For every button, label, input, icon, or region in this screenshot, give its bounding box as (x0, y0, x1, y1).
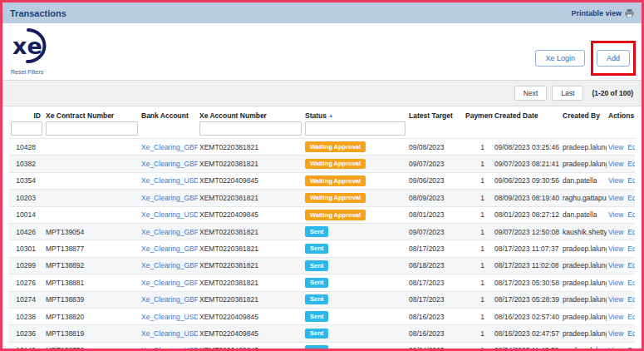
bank-account-link[interactable]: Xe_Clearing_USD (141, 210, 198, 219)
next-page-button[interactable]: Next (514, 86, 547, 101)
edit-link[interactable]: Edit (627, 210, 635, 219)
edit-link[interactable]: Edit (627, 228, 635, 236)
cell-payments: 1 (464, 257, 493, 274)
cell-created-date: 08/17/2023 05:30:58 (493, 274, 561, 291)
column-header-latest-target[interactable]: Latest Target (407, 106, 464, 120)
status-badge: Waiting Approval (305, 159, 366, 170)
cell-latest-target: 09/07/2023 (407, 156, 464, 172)
view-link[interactable]: View (608, 194, 623, 202)
edit-link[interactable]: Edit (627, 346, 635, 351)
status-badge: Sent (305, 244, 328, 255)
cell-id: 10014 (9, 206, 44, 223)
column-header-xe-account[interactable]: Xe Account Number (198, 106, 303, 120)
column-header-contract[interactable]: Xe Contract Number (44, 106, 140, 120)
cell-xe-account-number: XEMT0220381821 (198, 223, 303, 240)
cell-created-by: kaushik.shetty (561, 223, 607, 240)
cell-payments: 1 (464, 325, 493, 342)
printable-view-label: Printable view (571, 9, 622, 17)
id-filter-input[interactable] (11, 121, 42, 136)
page-title: Transactions (10, 8, 66, 18)
column-header-id[interactable]: ID (9, 106, 44, 120)
edit-link[interactable]: Edit (627, 295, 635, 304)
bank-account-link[interactable]: Xe_Clearing_GBP (141, 228, 198, 236)
bank-account-link[interactable]: Xe_Clearing_GBP (141, 160, 198, 168)
view-link[interactable]: View (608, 346, 623, 351)
bank-account-link[interactable]: Xe_Clearing_GBP (141, 279, 198, 287)
cell-created-date: 08/17/2023 11:07:37 (493, 240, 561, 257)
cell-id: 10203 (9, 190, 44, 206)
view-link[interactable]: View (608, 279, 623, 287)
cell-created-by: pradeep.lalung (561, 139, 607, 156)
edit-link[interactable]: Edit (627, 329, 635, 338)
edit-link[interactable]: Edit (627, 279, 635, 287)
view-link[interactable]: View (608, 228, 623, 236)
view-link[interactable]: View (608, 160, 623, 168)
cell-contract-number: MPT138820 (44, 308, 140, 324)
cell-xe-account-number: XEMT0220381821 (198, 257, 303, 274)
view-link[interactable]: View (608, 295, 623, 304)
reset-filters-link[interactable]: Reset Filters (11, 69, 54, 75)
view-link[interactable]: View (608, 313, 623, 321)
status-badge: Sent (305, 345, 328, 351)
column-header-bank-account[interactable]: Bank Account (140, 106, 198, 120)
column-header-created-by[interactable]: Created By (561, 106, 607, 120)
bank-account-link[interactable]: Xe_Clearing_GBP (141, 295, 198, 304)
cell-contract-number: MPT139054 (44, 223, 140, 240)
cell-created-by: pradeep.lalung (561, 156, 607, 172)
column-header-status[interactable]: Status▲ (303, 106, 407, 120)
column-header-created-date[interactable]: Created Date (493, 106, 561, 120)
view-link[interactable]: View (608, 210, 623, 219)
xe-account-filter-input[interactable] (199, 121, 302, 136)
bank-account-link[interactable]: Xe_Clearing_GBP (141, 143, 198, 151)
pagination-range: (1-20 of 100) (592, 89, 633, 97)
bank-account-link[interactable]: Xe_Clearing_USD (141, 346, 198, 351)
status-filter-input[interactable] (305, 121, 406, 136)
edit-link[interactable]: Edit (627, 245, 635, 253)
cell-xe-account-number: XEMT0220381821 (198, 240, 303, 257)
edit-link[interactable]: Edit (627, 176, 635, 185)
cell-created-by: pradeep.lalung (561, 257, 607, 274)
contract-filter-input[interactable] (46, 121, 138, 136)
cell-latest-target: 09/08/2023 (407, 139, 464, 156)
cell-contract-number (44, 156, 140, 172)
printable-view-link[interactable]: Printable view (571, 9, 634, 17)
filter-row (9, 120, 635, 139)
cell-id: 10354 (9, 172, 44, 189)
page-header: Transactions Printable view (2, 2, 642, 23)
cell-id: 10238 (9, 308, 44, 324)
cell-contract-number: MPT138881 (44, 274, 140, 291)
status-badge: Sent (305, 278, 328, 289)
edit-link[interactable]: Edit (627, 160, 635, 168)
view-link[interactable]: View (608, 261, 623, 269)
edit-link[interactable]: Edit (627, 194, 635, 202)
bank-account-link[interactable]: Xe_Clearing_GBP (141, 194, 198, 202)
view-link[interactable]: View (608, 176, 623, 185)
bank-account-link[interactable]: Xe_Clearing_USD (141, 313, 198, 321)
view-link[interactable]: View (608, 329, 623, 338)
bank-account-link[interactable]: Xe_Clearing_GBP (141, 245, 198, 253)
xe-login-button[interactable]: Xe Login (535, 50, 585, 67)
cell-id: 10274 (9, 291, 44, 308)
table-row: 10426 MPT139054 Xe_Clearing_GBP XEMT0220… (9, 223, 635, 240)
table-row: 10299 MPT138892 Xe_Clearing_GBP XEMT0220… (9, 257, 635, 274)
cell-xe-account-number: XEMT0220381821 (198, 274, 303, 291)
edit-link[interactable]: Edit (627, 261, 635, 269)
cell-latest-target: 08/17/2023 (407, 240, 464, 257)
edit-link[interactable]: Edit (627, 143, 635, 151)
edit-link[interactable]: Edit (627, 313, 635, 321)
add-button[interactable]: Add (597, 50, 630, 67)
cell-latest-target: 08/16/2023 (407, 325, 464, 342)
view-link[interactable]: View (608, 143, 623, 151)
bank-account-link[interactable]: Xe_Clearing_USD (141, 329, 198, 338)
status-badge: Waiting Approval (305, 176, 366, 186)
view-link[interactable]: View (608, 245, 623, 253)
status-badge: Sent (305, 260, 328, 271)
column-header-payments[interactable]: Payments (464, 106, 493, 120)
column-header-actions: Actions (607, 106, 635, 120)
table-row: 10149 MPT138753 Xe_Clearing_USD XEMT0220… (9, 342, 635, 351)
cell-payments: 1 (464, 223, 493, 240)
bank-account-link[interactable]: Xe_Clearing_GBP (141, 261, 198, 269)
cell-id: 10428 (9, 139, 44, 156)
bank-account-link[interactable]: Xe_Clearing_USD (141, 176, 198, 185)
last-page-button[interactable]: Last (552, 86, 583, 101)
